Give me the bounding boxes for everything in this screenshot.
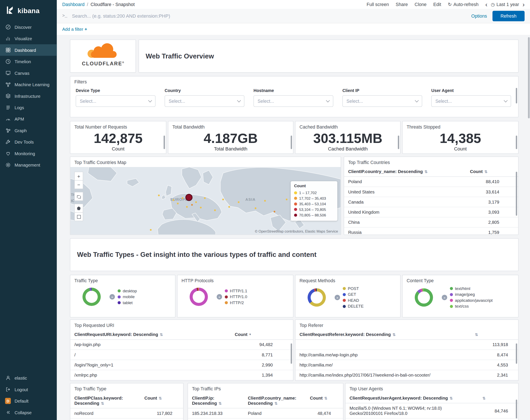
zoom-out-button[interactable]: − (74, 180, 83, 189)
legend-item[interactable]: text/css (450, 303, 493, 309)
page-scrollbar[interactable] (528, 37, 530, 118)
map-legend: Count 1 – 17,702 17,702 – 35,403 35,403 … (291, 181, 338, 221)
panel-title: Request Methods (295, 275, 400, 285)
column-header-uri[interactable]: ClientRequestURI.keyword: Descending⇅ (70, 330, 231, 339)
draw-rectangle-button[interactable] (74, 212, 83, 221)
sidebar-item-logs[interactable]: Logs (0, 102, 57, 113)
panel-title: HTTP Protocols (177, 275, 293, 285)
panel-scrollbar[interactable] (291, 344, 292, 364)
sidebar-item-canvas[interactable]: Canvas (0, 67, 57, 79)
full-screen-button[interactable]: Full screen (367, 2, 389, 7)
panel-scrollbar[interactable] (516, 136, 517, 149)
legend-item[interactable]: application/javascript (450, 298, 493, 303)
legend-expand-icon[interactable]: » (217, 294, 222, 300)
legend-dot (225, 295, 228, 298)
column-header-user-agent[interactable]: ClientRequestUserAgent.keyword: Descendi… (345, 393, 477, 403)
column-header-count[interactable]: Count⇅ (466, 166, 518, 177)
panel-scrollbar[interactable] (163, 136, 165, 149)
legend-item[interactable]: HEAD (343, 298, 364, 303)
legend-expand-icon[interactable]: » (442, 295, 447, 300)
legend-item[interactable]: desktop (118, 288, 137, 294)
column-header-ip[interactable]: ClientIP.ip: Descending⇅ (188, 393, 244, 408)
column-header-count[interactable]: ⇅ (477, 393, 518, 403)
kibana-logo[interactable]: kibana (0, 0, 57, 21)
add-filter-link[interactable]: Add a filter+ (62, 27, 87, 31)
user-agent-select[interactable]: Select... (431, 95, 511, 107)
legend-item[interactable]: HTTP/1.1 (225, 288, 247, 294)
legend-item[interactable]: GET (343, 291, 364, 298)
breadcrumb-dashboard-link[interactable]: Dashboard (62, 2, 85, 7)
legend-item[interactable]: text/html (450, 286, 493, 292)
sidebar-item-logout[interactable]: Logout (0, 384, 57, 395)
legend-item: 53,104 – 70,805 (294, 207, 334, 212)
legend-item[interactable]: POST (343, 286, 364, 292)
sidebar-item-collapse[interactable]: Collapse (0, 407, 57, 418)
share-button[interactable]: Share (396, 2, 408, 7)
http-protocols-donut-chart[interactable] (190, 288, 208, 306)
sidebar-item-apm[interactable]: APM (0, 113, 57, 125)
column-header-country[interactable]: ClientIP.country_name: Descending⇅ (244, 393, 306, 408)
legend-item[interactable]: mobile (118, 294, 137, 300)
legend-item[interactable]: image/jpeg (450, 291, 493, 298)
options-link[interactable]: Options (471, 13, 487, 18)
time-back-button[interactable]: ‹ (485, 1, 487, 8)
legend-item[interactable]: HTTP/1.0 (225, 294, 247, 300)
zoom-in-button[interactable]: + (74, 172, 83, 180)
sidebar-item-management[interactable]: Management (0, 159, 57, 171)
filter-label: Country (165, 88, 244, 93)
sort-icon: ⇅ (485, 170, 487, 174)
client-ip-select[interactable]: Select... (342, 95, 422, 107)
column-header-country[interactable]: ClientIP.country_name: Descending⇅ (344, 166, 466, 177)
auto-refresh-button[interactable]: ↻ Auto-refresh (448, 2, 479, 7)
column-header-count[interactable]: ⇅ (469, 330, 518, 339)
legend-dot (450, 299, 453, 302)
panel-scrollbar[interactable] (516, 344, 517, 364)
sidebar-item-monitoring[interactable]: Monitoring (0, 148, 57, 159)
panel-total-requests: Total Number of Requests 142,875 Count (70, 121, 166, 154)
sidebar-item-infrastructure[interactable]: Infrastructure (0, 90, 57, 102)
clone-button[interactable]: Clone (415, 2, 427, 7)
column-header-class[interactable]: ClientIPClass.keyword: Descending⇅ (70, 393, 140, 408)
sidebar-item-dashboard[interactable]: Dashboard (0, 44, 57, 56)
search-input[interactable] (71, 13, 467, 19)
sidebar-item-dev-tools[interactable]: Dev Tools (0, 136, 57, 148)
sidebar-item-visualize[interactable]: Visualize (0, 33, 57, 44)
map-attribution[interactable]: © OpenStreetMap contributors, Elastic Ma… (255, 229, 338, 233)
panel-scrollbar[interactable] (516, 88, 517, 103)
sidebar-item-graph[interactable]: Graph (0, 125, 57, 136)
time-range-picker[interactable]: ◷ Last 1 year (491, 2, 519, 7)
legend-item[interactable]: DELETE (343, 303, 364, 309)
legend-dot (225, 289, 228, 292)
panel-scrollbar[interactable] (516, 172, 517, 216)
legend-expand-icon[interactable]: » (335, 295, 340, 300)
content-type-donut-chart[interactable] (415, 288, 433, 307)
sidebar-item-timelion[interactable]: Timelion (0, 56, 57, 67)
panel-scrollbar[interactable] (291, 136, 292, 149)
legend-item[interactable]: HTTP/2 (225, 300, 247, 306)
column-header-count[interactable]: Count⇅ (306, 393, 343, 408)
hostname-select[interactable]: Select... (254, 95, 333, 107)
panel-scrollbar[interactable] (516, 400, 517, 419)
sidebar-footer: elastic Logout D Default Collapse (0, 372, 57, 420)
sort-icon: ⇅ (425, 170, 427, 174)
legend-item[interactable]: tablet (118, 300, 137, 306)
traffic-type-donut-chart[interactable] (83, 288, 101, 306)
sidebar-item-discover[interactable]: Discover (0, 21, 57, 33)
column-header-referer[interactable]: ClientRequestReferer.keyword: Descending… (295, 330, 469, 339)
device-type-select[interactable]: Select... (76, 95, 155, 107)
panel-scrollbar[interactable] (398, 136, 399, 149)
sidebar-item-elastic-user[interactable]: elastic (0, 372, 57, 384)
request-methods-donut-chart[interactable] (308, 288, 326, 307)
fit-bounds-button[interactable] (74, 192, 83, 201)
edit-button[interactable]: Edit (433, 2, 441, 7)
column-header-count[interactable]: Count⇅ (140, 393, 183, 408)
time-forward-button[interactable]: › (522, 1, 525, 8)
sidebar-item-default-space[interactable]: D Default (0, 395, 57, 406)
country-select[interactable]: Select... (165, 95, 244, 107)
draw-polygon-button[interactable] (74, 204, 83, 212)
column-header-count[interactable]: Count▼ (231, 330, 293, 339)
legend-expand-icon[interactable]: » (110, 294, 115, 300)
refresh-button[interactable]: Refresh (492, 11, 525, 21)
sidebar-item-label: Canvas (15, 71, 29, 76)
sidebar-item-machine-learning[interactable]: Machine Learning (0, 79, 57, 90)
